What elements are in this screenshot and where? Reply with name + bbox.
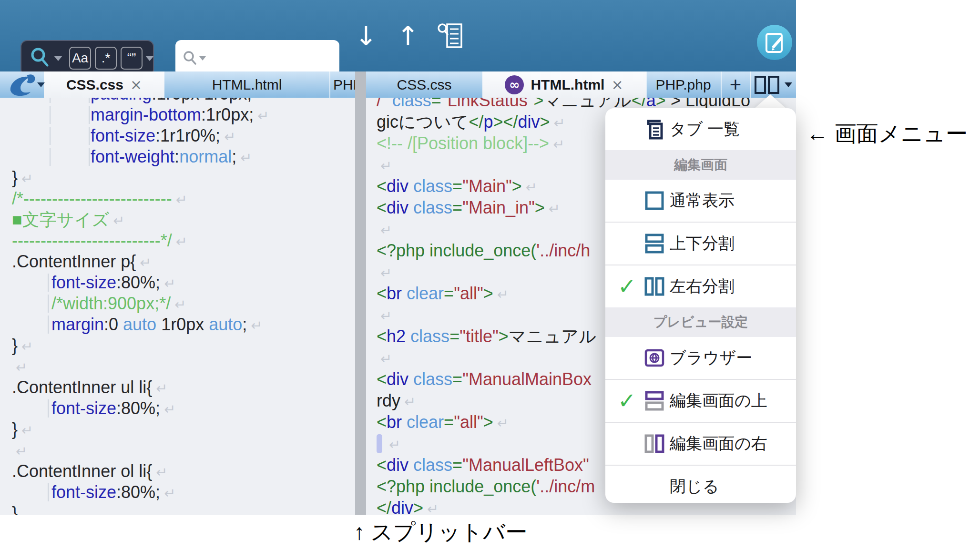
- code-line: /*--------------------------↵: [0, 188, 355, 209]
- menu-item-タブ 一覧[interactable]: タブ 一覧: [605, 108, 796, 150]
- split-bar-annotation: ↑ スプリットバー: [354, 518, 527, 547]
- return-mark-icon: ↵: [164, 275, 175, 292]
- popover-arrow: [753, 94, 787, 110]
- return-mark-icon: ↵: [251, 317, 262, 334]
- return-mark-icon: ↵: [21, 171, 33, 187]
- menu-item-label: 閉じる: [670, 476, 719, 498]
- find-previous-button[interactable]: ↑: [393, 0, 423, 71]
- menu-item-label: ブラウザー: [670, 347, 752, 369]
- search-input[interactable]: [206, 50, 320, 67]
- menu-item-通常表示[interactable]: 通常表示: [605, 180, 796, 222]
- code-line: font-size:1r1r0%;↵: [0, 125, 355, 146]
- compose-button[interactable]: [757, 25, 792, 60]
- menu-item-label: 通常表示: [670, 190, 735, 212]
- search-icon[interactable]: [29, 46, 51, 70]
- search-field[interactable]: [175, 40, 339, 76]
- search-in-document-button[interactable]: [433, 0, 469, 71]
- add-tab-button[interactable]: +: [721, 71, 750, 98]
- code-line: ■文字サイズ↵: [0, 209, 355, 230]
- code-line: .ContentInner p{↵: [0, 251, 355, 272]
- return-mark-icon: ↵: [380, 265, 392, 281]
- return-mark-icon: ↵: [255, 98, 267, 103]
- code-text: /*width:900px;*/↵: [51, 293, 186, 315]
- liquid-logo-icon: [5, 72, 36, 97]
- code-line: }↵: [0, 419, 355, 440]
- menu-item-編集画面の右[interactable]: 編集画面の右: [605, 423, 796, 465]
- tab-html-right[interactable]: ∞ HTML.html ×: [482, 71, 646, 98]
- code-text: ↵: [377, 304, 392, 327]
- tab-php-left[interactable]: PHP: [329, 71, 355, 98]
- tab-css-left[interactable]: CSS.css ×: [44, 71, 164, 98]
- field-search-icon: [182, 50, 206, 66]
- return-mark-icon: ↵: [427, 501, 439, 515]
- browser-icon: [643, 347, 665, 369]
- split-bar[interactable]: [355, 71, 366, 515]
- return-mark-icon: ↵: [140, 255, 151, 271]
- menu-item-label: 編集画面の右: [670, 433, 767, 455]
- code-text: ■文字サイズ↵: [12, 209, 125, 231]
- code-line: margin-bottom:1r0px;↵: [0, 104, 355, 125]
- indent-guide: [50, 127, 51, 145]
- return-mark-icon: ↵: [497, 286, 509, 303]
- compose-icon: [764, 31, 785, 54]
- code-text: margin-bottom:1r0px;↵: [91, 104, 269, 126]
- code-text: <div class="ManualMainBox: [377, 368, 592, 390]
- code-text: .ContentInner ol li{↵: [12, 461, 168, 483]
- code-text: }: [12, 503, 18, 515]
- code-line: }↵: [0, 167, 355, 188]
- code-text: <!-- /[Position block]-->↵: [377, 132, 564, 155]
- regex-button[interactable]: .*: [95, 47, 117, 70]
- return-mark-icon: ↵: [21, 338, 33, 355]
- tab-php-right[interactable]: PHP.php: [646, 71, 721, 98]
- indent-guide: [89, 148, 90, 166]
- whole-word-button[interactable]: “”: [121, 47, 143, 70]
- code-text: /*--------------------------↵: [12, 188, 187, 210]
- return-mark-icon: ↵: [164, 485, 175, 501]
- code-line: margin:0 auto 1r0px auto;↵: [0, 314, 355, 335]
- split-vertical-icon: [643, 275, 665, 297]
- code-text: font-size:80%;↵: [51, 482, 175, 504]
- menu-item-上下分割[interactable]: 上下分割: [605, 223, 796, 265]
- close-tab-icon[interactable]: ×: [611, 76, 623, 93]
- search-mode-caret-icon[interactable]: [54, 56, 62, 61]
- code-text: }↵: [12, 167, 33, 189]
- return-mark-icon: ↵: [553, 136, 564, 153]
- close-tab-icon[interactable]: ×: [130, 76, 142, 93]
- menu-item-閉じる[interactable]: 閉じる: [605, 466, 796, 503]
- search-options-caret-icon[interactable]: [145, 56, 154, 61]
- tab-label: HTML.html: [531, 77, 604, 93]
- code-text: <?php include_once('../inc/h: [377, 240, 590, 261]
- return-mark-icon: ↵: [380, 222, 392, 238]
- check-mark-icon: ✓: [618, 274, 642, 299]
- code-line: /*width:900px;*/↵: [0, 293, 355, 314]
- app-logo[interactable]: [5, 71, 46, 98]
- text-caret: [377, 434, 382, 453]
- menu-item-ブラウザー[interactable]: ブラウザー: [605, 337, 796, 379]
- return-mark-icon: ↵: [16, 359, 27, 376]
- screen-layout-button[interactable]: [750, 71, 796, 98]
- return-mark-icon: ↵: [380, 308, 392, 324]
- find-next-button[interactable]: ↓: [351, 0, 381, 71]
- preview-top-icon: [643, 390, 665, 412]
- logo-caret-icon: [37, 82, 45, 87]
- tab-css-right[interactable]: CSS.css: [366, 71, 482, 98]
- code-line: }: [0, 503, 355, 515]
- code-text: font-size:1r1r0%;↵: [91, 125, 235, 147]
- return-mark-icon: ↵: [113, 213, 124, 229]
- code-text: ↵: [385, 433, 400, 456]
- tab-html-left[interactable]: HTML.html: [164, 71, 329, 98]
- code-line: .ContentInner ol li{↵: [0, 461, 355, 482]
- code-text: }↵: [12, 419, 33, 441]
- left-editor-pane[interactable]: padding:1r0px 1r0px;↵margin-bottom:1r0px…: [0, 98, 355, 515]
- match-case-button[interactable]: Aa: [69, 47, 91, 70]
- code-text: ↵: [12, 440, 27, 462]
- menu-item-左右分割[interactable]: ✓左右分割: [605, 265, 796, 307]
- return-mark-icon: ↵: [156, 380, 167, 397]
- tab-label: HTML.html: [212, 77, 282, 93]
- code-line: font-size:80%;↵: [0, 398, 355, 419]
- tab-label: CSS.css: [397, 77, 451, 93]
- code-text: .ContentInner p{↵: [12, 251, 152, 273]
- return-mark-icon: ↵: [21, 422, 33, 438]
- menu-item-編集画面の上[interactable]: ✓編集画面の上: [605, 380, 796, 422]
- code-line: font-size:80%;↵: [0, 272, 355, 293]
